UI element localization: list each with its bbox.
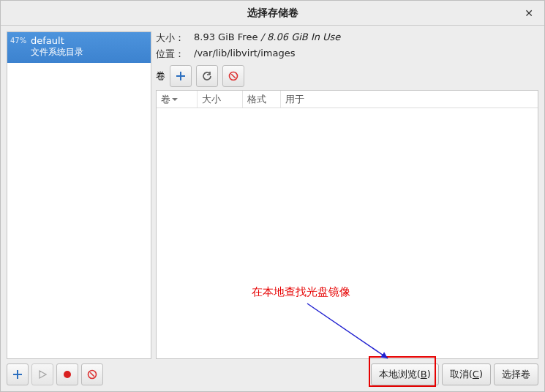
pool-detail-pane: 大小： 8.93 GiB Free / 8.06 GiB In Use 位置： …: [156, 31, 538, 359]
pool-name: default: [31, 35, 146, 46]
pool-subtitle: 文件系统目录: [31, 46, 146, 59]
content-area: 47% default 文件系统目录 大小： 8.93 GiB Free / 8…: [1, 26, 544, 391]
size-label: 大小：: [156, 31, 194, 45]
refresh-icon: [202, 71, 212, 81]
volumes-label: 卷: [156, 69, 165, 83]
location-value: /var/lib/libvirt/images: [194, 48, 538, 61]
size-value: 8.93 GiB Free / 8.06 GiB In Use: [194, 31, 538, 45]
col-size[interactable]: 大小: [198, 91, 243, 108]
bottom-toolbar: 本地浏览(B) 取消(C) 选择卷: [7, 363, 538, 385]
svg-line-4: [90, 372, 94, 377]
pool-info: 大小： 8.93 GiB Free / 8.06 GiB In Use 位置： …: [156, 31, 538, 61]
location-label: 位置：: [156, 48, 194, 61]
volume-table-body: [157, 108, 538, 358]
close-button[interactable]: ✕: [521, 5, 537, 21]
col-format[interactable]: 格式: [243, 91, 281, 108]
pool-percent: 47%: [10, 37, 26, 45]
choose-volume-button[interactable]: 选择卷: [494, 363, 538, 385]
delete-volume-button[interactable]: [222, 65, 244, 87]
stop-pool-button[interactable]: [56, 363, 78, 385]
sort-desc-icon: [172, 97, 178, 102]
play-icon: [38, 370, 47, 379]
start-pool-button[interactable]: [31, 363, 53, 385]
storage-pool-item[interactable]: 47% default 文件系统目录: [7, 32, 151, 63]
storage-dialog: 选择存储卷 ✕ 47% default 文件系统目录 大小： 8.93 GiB …: [0, 0, 545, 392]
window-title: 选择存储卷: [247, 7, 298, 20]
cancel-button[interactable]: 取消(C): [442, 363, 491, 385]
storage-pool-list[interactable]: 47% default 文件系统目录: [7, 31, 151, 359]
close-icon: ✕: [525, 7, 533, 19]
col-usedby[interactable]: 用于: [281, 91, 538, 108]
svg-line-1: [231, 74, 236, 78]
browse-local-button[interactable]: 本地浏览(B): [371, 363, 439, 385]
add-volume-button[interactable]: [170, 65, 192, 87]
add-pool-button[interactable]: [7, 363, 29, 385]
delete-pool-button[interactable]: [81, 363, 103, 385]
main-row: 47% default 文件系统目录 大小： 8.93 GiB Free / 8…: [7, 31, 538, 359]
col-volume[interactable]: 卷: [157, 91, 198, 108]
volume-table[interactable]: 卷 大小 格式 用于: [156, 90, 538, 359]
stop-icon: [63, 370, 72, 379]
plus-icon: [176, 71, 186, 81]
volume-toolbar: 卷: [156, 65, 538, 87]
titlebar: 选择存储卷 ✕: [1, 1, 544, 26]
volume-table-header: 卷 大小 格式 用于: [157, 91, 538, 108]
plus-icon: [12, 369, 23, 380]
delete-icon: [87, 369, 97, 380]
delete-icon: [228, 71, 238, 81]
svg-point-2: [64, 371, 71, 378]
annotation-text: 在本地查找光盘镜像: [252, 285, 350, 299]
refresh-volumes-button[interactable]: [196, 65, 218, 87]
